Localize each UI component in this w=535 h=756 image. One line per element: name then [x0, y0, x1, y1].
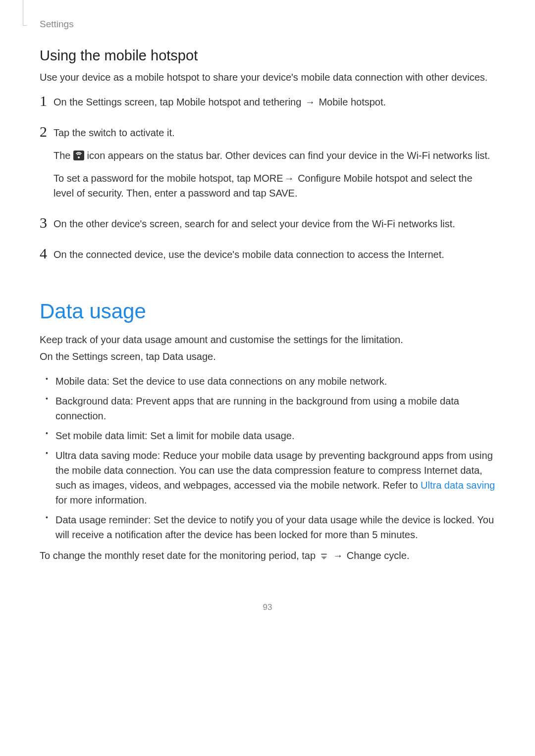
- text: On the Settings screen, tap: [54, 97, 176, 107]
- setting-desc: for more information.: [55, 495, 147, 505]
- setting-name: Background data: [55, 396, 130, 406]
- step-2b: The icon appears on the status bar. Othe…: [54, 148, 495, 163]
- text: To set a password for the mobile hotspot…: [54, 173, 254, 184]
- arrow-icon: →: [332, 550, 344, 561]
- text: icon appears on the status bar. Other de…: [87, 150, 490, 161]
- text: On the connected device, use the device'…: [54, 247, 444, 262]
- text: .: [383, 97, 386, 107]
- setting-desc: : Set a limit for mobile data usage.: [145, 430, 294, 441]
- step-number: 3: [40, 215, 54, 230]
- page-number: 93: [40, 603, 495, 612]
- step-number: 2: [40, 124, 54, 139]
- arrow-icon: →: [304, 97, 316, 107]
- data-usage-footer: To change the monthly reset date for the…: [40, 548, 495, 563]
- list-item: Data usage reminder: Set the device to n…: [40, 512, 495, 542]
- step-2c: To set a password for the mobile hotspot…: [54, 171, 495, 201]
- arrow-icon: →: [283, 173, 295, 184]
- dropdown-icon: [320, 554, 328, 559]
- page-content: Settings Using the mobile hotspot Use yo…: [0, 0, 535, 652]
- text: To change the monthly reset date for the…: [40, 550, 319, 561]
- step-4: 4 On the connected device, use the devic…: [40, 247, 495, 270]
- text: On the other device's screen, search for…: [54, 216, 455, 231]
- step-1-body: On the Settings screen, tap Mobile hotsp…: [54, 95, 386, 117]
- list-item: Set mobile data limit: Set a limit for m…: [40, 428, 495, 443]
- data-usage-intro-2: On the Settings screen, tap Data usage.: [40, 349, 495, 364]
- ui-label: MORE: [254, 173, 283, 184]
- step-2-body: Tap the switch to activate it. The icon …: [54, 125, 495, 208]
- text: On the Settings screen, tap: [40, 351, 162, 362]
- data-usage-bullets: Mobile data: Set the device to use data …: [40, 374, 495, 542]
- ui-label: Mobile hotspot and tethering: [176, 97, 301, 107]
- hotspot-heading: Using the mobile hotspot: [40, 48, 495, 64]
- data-usage-title: Data usage: [40, 300, 495, 323]
- hotspot-intro: Use your device as a mobile hotspot to s…: [40, 70, 495, 85]
- step-2: 2 Tap the switch to activate it. The ico…: [40, 125, 495, 208]
- text: .: [407, 550, 410, 561]
- ui-label: Configure Mobile hotspot: [298, 173, 408, 184]
- setting-name: Mobile data: [55, 376, 107, 387]
- text: The: [54, 150, 73, 161]
- text: .: [213, 351, 216, 362]
- list-item: Mobile data: Set the device to use data …: [40, 374, 495, 389]
- step-4-body: On the connected device, use the device'…: [54, 247, 444, 270]
- list-item: Ultra data saving mode: Reduce your mobi…: [40, 448, 495, 507]
- ui-label: Data usage: [162, 351, 213, 362]
- step-3-body: On the other device's screen, search for…: [54, 216, 455, 239]
- step-number: 1: [40, 94, 54, 108]
- step-1: 1 On the Settings screen, tap Mobile hot…: [40, 95, 495, 117]
- ui-label: Mobile hotspot: [319, 97, 383, 107]
- step-number: 4: [40, 246, 54, 261]
- setting-name: Data usage reminder: [55, 514, 148, 525]
- ui-label: SAVE: [269, 188, 295, 199]
- data-usage-intro-1: Keep track of your data usage amount and…: [40, 332, 495, 347]
- step-3: 3 On the other device's screen, search f…: [40, 216, 495, 239]
- list-item: Background data: Prevent apps that are r…: [40, 394, 495, 423]
- setting-desc: : Set the device to use data connections…: [107, 376, 387, 387]
- inline-link[interactable]: Ultra data saving: [421, 480, 495, 491]
- margin-mark: [23, 0, 23, 26]
- setting-name: Set mobile data limit: [55, 430, 145, 441]
- setting-name: Ultra data saving mode: [55, 450, 158, 461]
- ui-label: Change cycle: [347, 550, 407, 561]
- text: .: [295, 188, 298, 199]
- hotspot-icon: [73, 151, 84, 160]
- running-header: Settings: [40, 19, 495, 30]
- step-2a-text: Tap the switch to activate it.: [54, 125, 495, 140]
